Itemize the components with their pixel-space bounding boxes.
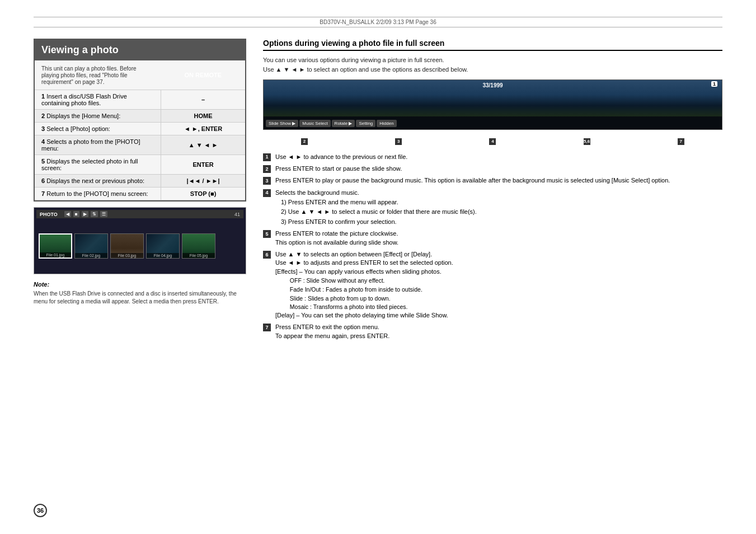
- step-label: 4 Selects a photo from the [PHOTO] menu:: [35, 135, 161, 155]
- table-row: 4 Selects a photo from the [PHOTO] menu:…: [35, 135, 245, 155]
- step-label: 5 Displays the selected photo in full sc…: [35, 155, 161, 175]
- main-content: Viewing a photo This unit can play a pho…: [34, 39, 722, 344]
- on-remote-label: ON REMOTE: [184, 72, 222, 78]
- item-effect: Mosaic : Transforms a photo into tiled p…: [287, 303, 722, 311]
- desc-header-cell: This unit can play a photo files. Before…: [35, 60, 161, 90]
- step-label: 3 Select a [Photo] option:: [35, 123, 161, 135]
- item-main-text: Press ENTER to play or pause the backgro…: [275, 176, 722, 185]
- note-title: Note:: [34, 281, 246, 288]
- preview-toolbar: Slide Show ▶Music SelectRotate ▶SettingH…: [264, 116, 722, 130]
- left-column: Viewing a photo This unit can play a pho…: [34, 39, 246, 344]
- preview-container: 33/1999 1 Slide Show ▶Music SelectRotate…: [263, 79, 722, 145]
- thumb-label: File 05.jpg: [182, 253, 215, 258]
- thumbnail: File 03.jpg: [110, 233, 144, 259]
- remote-value: –: [161, 90, 245, 110]
- item-text: Press ENTER to rotate the picture clockw…: [275, 229, 722, 247]
- item-number-badge: 3: [263, 177, 271, 185]
- preview-landscape-image: 33/1999 1: [264, 80, 722, 116]
- remote-value: STOP (■): [161, 188, 245, 200]
- preview-toolbar-button: Setting: [356, 120, 375, 127]
- photo-icon-2: ■: [73, 211, 79, 217]
- table-row: 5 Displays the selected photo in full sc…: [35, 155, 245, 175]
- item-number-badge: 7: [263, 324, 271, 331]
- item-main-text: Use ◄ ► to advance to the previous or ne…: [275, 153, 722, 161]
- intro-line2: Use ▲ ▼ ◄ ► to select an option and use …: [263, 65, 722, 74]
- note-section: Note: When the USB Flash Drive is connec…: [34, 281, 246, 306]
- table-row: 2 Displays the [Home Menu]: HOME: [35, 110, 245, 123]
- numbered-item: 5Press ENTER to rotate the picture clock…: [263, 229, 722, 247]
- toolbar-num-badge: 5,6: [584, 137, 590, 145]
- remote-header-cell: ON REMOTE: [161, 60, 245, 90]
- section-intro: You can use various options during viewi…: [263, 55, 722, 74]
- numbered-item: 6Use ▲ ▼ to selects an option between [E…: [263, 250, 722, 320]
- thumbnail: File 05.jpg: [182, 233, 215, 259]
- item-sub: 3) Press ENTER to confirm your selection…: [281, 218, 722, 226]
- item-text: Use ▲ ▼ to selects an option between [Ef…: [275, 250, 722, 320]
- toolbar-num-badges: 2345,67: [263, 137, 722, 145]
- toolbar-num-badge: 3: [395, 137, 402, 145]
- item-text: Selects the background music.1) Press EN…: [275, 189, 722, 227]
- item-sub: 1) Press ENTER and the menu will appear.: [281, 198, 722, 207]
- preview-toolbar-button: Rotate ▶: [332, 120, 355, 127]
- item-number-badge: 2: [263, 165, 271, 173]
- remote-value: ▲ ▼ ◄ ►: [161, 135, 245, 155]
- remote-value: |◄◄ / ►►|: [161, 175, 245, 188]
- note-text: When the USB Flash Drive is connected an…: [34, 290, 246, 306]
- item-text: Press ENTER to start or pause the slide …: [275, 165, 722, 173]
- item-main-text: Use ▲ ▼ to selects an option between [Ef…: [275, 250, 722, 259]
- numbered-item: 2Press ENTER to start or pause the slide…: [263, 165, 722, 173]
- item-extra4: [Delay] – You can set the photo delaying…: [275, 311, 722, 320]
- preview-number-badge: 1: [711, 81, 717, 87]
- toolbar-num-badge: 7: [678, 137, 684, 145]
- thumbnail: File 02.jpg: [74, 233, 108, 259]
- intro-line1: You can use various options during viewi…: [263, 55, 722, 65]
- numbered-item: 1Use ◄ ► to advance to the previous or n…: [263, 153, 722, 161]
- item-main-text: Press ENTER to exit the option menu.: [275, 323, 722, 331]
- viewing-description: This unit can play a photo files. Before…: [41, 65, 137, 85]
- preview-counter: 33/1999: [482, 82, 503, 88]
- preview-toolbar-button: Slide Show ▶: [266, 120, 298, 127]
- page-header: BD370V-N_BUSALLK 2/2/09 3:13 PM Page 36: [34, 17, 722, 27]
- thumb-label: File 04.jpg: [147, 253, 179, 258]
- item-number-badge: 6: [263, 251, 271, 259]
- photo-icon-4: ⇅: [91, 211, 98, 217]
- viewing-photo-box: Viewing a photo This unit can play a pho…: [34, 39, 246, 202]
- thumb-label: File 01.jpg: [40, 252, 71, 257]
- viewing-table: This unit can play a photo files. Before…: [35, 60, 245, 200]
- right-column: Options during viewing a photo file in f…: [263, 39, 722, 344]
- item-extra: To appear the menu again, press ENTER.: [275, 332, 722, 340]
- table-row: 7 Return to the [PHOTO] menu screen: STO…: [35, 188, 245, 200]
- photo-count: 41: [234, 212, 240, 217]
- step-label: 2 Displays the [Home Menu]:: [35, 110, 161, 123]
- page-container: BD370V-N_BUSALLK 2/2/09 3:13 PM Page 36 …: [0, 0, 756, 534]
- photo-icon-1: ◀: [64, 211, 71, 217]
- thumbnail: File 01.jpg: [39, 233, 72, 259]
- item-extra2: Use ◄ ► to adjusts and press ENTER to se…: [275, 259, 722, 267]
- photo-bar-icons: ◀ ■ ▶ ⇅ ☰: [64, 211, 107, 217]
- page-number: 36: [34, 504, 47, 517]
- item-sub: 2) Use ▲ ▼ ◄ ► to select a music or fold…: [281, 208, 722, 216]
- numbered-item: 7Press ENTER to exit the option menu.To …: [263, 323, 722, 340]
- photo-top-bar: PHOTO ◀ ■ ▶ ⇅ ☰ 41: [36, 210, 243, 218]
- item-text: Press ENTER to exit the option menu.To a…: [275, 323, 722, 340]
- thumb-label: File 03.jpg: [111, 253, 143, 258]
- step-label: 7 Return to the [PHOTO] menu screen:: [35, 188, 161, 200]
- item-main-text: Press ENTER to rotate the picture clockw…: [275, 229, 722, 238]
- preview-toolbar-button: Hidden: [377, 120, 396, 127]
- remote-value: ◄ ►, ENTER: [161, 123, 245, 135]
- photo-screenshot: PHOTO ◀ ■ ▶ ⇅ ☰ 41 File 01.jpg File 02.j…: [34, 207, 246, 274]
- item-effect: Fade In/Out : Fades a photo from inside …: [287, 285, 722, 294]
- table-row: 3 Select a [Photo] option: ◄ ►, ENTER: [35, 123, 245, 135]
- item-main-text: Press ENTER to start or pause the slide …: [275, 165, 722, 173]
- item-extra3: [Effects] – You can apply various effect…: [275, 268, 722, 276]
- table-row: 6 Displays the next or previous photo: |…: [35, 175, 245, 188]
- item-text: Use ◄ ► to advance to the previous or ne…: [275, 153, 722, 161]
- photo-bar-title: PHOTO: [40, 212, 58, 217]
- thumb-label: File 02.jpg: [75, 253, 107, 258]
- numbered-items-container: 1Use ◄ ► to advance to the previous or n…: [263, 153, 722, 341]
- header-text: BD370V-N_BUSALLK 2/2/09 3:13 PM Page 36: [320, 19, 436, 25]
- step-label: 6 Displays the next or previous photo:: [35, 175, 161, 188]
- item-number-badge: 4: [263, 189, 271, 197]
- toolbar-num-badge: 2: [301, 137, 308, 145]
- right-section-title: Options during viewing a photo file in f…: [263, 39, 722, 51]
